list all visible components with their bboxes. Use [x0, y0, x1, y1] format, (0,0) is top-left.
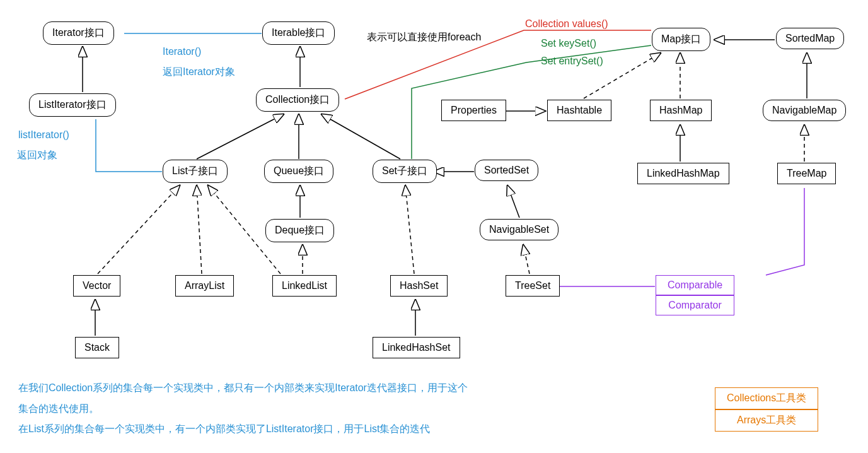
stack-cell: Comparator	[656, 295, 734, 315]
svg-line-15	[98, 185, 180, 274]
stack-collections-stack: Collections工具类Arrays工具类	[715, 387, 818, 432]
node-hashmap: HashMap	[650, 100, 712, 121]
svg-line-3	[197, 114, 284, 159]
node-treeset: TreeSet	[506, 275, 560, 297]
node-treemap: TreeMap	[777, 163, 836, 184]
node-properties: Properties	[441, 100, 506, 121]
node-linkedhashmap: LinkedHashMap	[637, 163, 729, 184]
node-sortedset: SortedSet	[475, 160, 538, 181]
svg-line-8	[523, 245, 529, 274]
annotation-foreach-note: 表示可以直接使用foreach	[367, 31, 481, 44]
node-stack: Stack	[75, 337, 119, 358]
annotation-note1b: 集合的迭代使用。	[18, 403, 99, 416]
node-sortedmap: SortedMap	[776, 28, 844, 49]
svg-line-9	[405, 185, 414, 274]
stack-cell: Collections工具类	[715, 387, 818, 409]
node-hashtable: Hashtable	[547, 100, 611, 121]
annotation-note1: 在我们Collection系列的集合每一个实现类中，都只有一个内部类来实现Ite…	[18, 382, 468, 395]
annotation-listiterator-method: listIterator()	[18, 129, 69, 141]
annotation-iterator-return: 返回Iterator对象	[163, 66, 235, 79]
annotation-iterator-method: Iterator()	[163, 46, 201, 57]
node-queue: Queue接口	[264, 160, 333, 183]
node-deque: Deque接口	[265, 219, 334, 242]
node-map: Map接口	[652, 28, 710, 51]
node-iterable: Iterable接口	[262, 21, 335, 45]
node-navigablemap: NavigableMap	[763, 100, 846, 121]
stack-cell: Arrays工具类	[715, 409, 818, 432]
annotation-listiterator-return: 返回对象	[17, 149, 57, 162]
svg-line-14	[197, 185, 202, 274]
svg-line-5	[321, 114, 400, 159]
annotation-collection-values: Collection values()	[525, 18, 608, 30]
node-linkedhashset: LinkedHashSet	[373, 337, 460, 358]
node-arraylist: ArrayList	[175, 275, 234, 297]
node-vector: Vector	[73, 275, 120, 297]
stack-cell: Comparable	[656, 275, 734, 295]
annotation-note2: 在List系列的集合每一个实现类中，有一个内部类实现了ListIterator接…	[18, 423, 430, 436]
node-hashset: HashSet	[390, 275, 448, 297]
node-iterator: Iterator接口	[43, 21, 114, 45]
annotation-set-keyset: Set keySet()	[541, 38, 596, 49]
svg-line-7	[507, 185, 519, 218]
node-navigableset: NavigableSet	[480, 219, 558, 240]
node-linkedlist: LinkedList	[272, 275, 337, 297]
node-set: Set子接口	[373, 160, 437, 183]
stack-comparable-stack: ComparableComparator	[656, 275, 734, 315]
annotation-set-entryset: Set entrySet()	[541, 56, 603, 67]
node-list: List子接口	[163, 160, 228, 183]
node-listiterator: ListIterator接口	[29, 93, 116, 117]
node-collection: Collection接口	[256, 88, 339, 112]
